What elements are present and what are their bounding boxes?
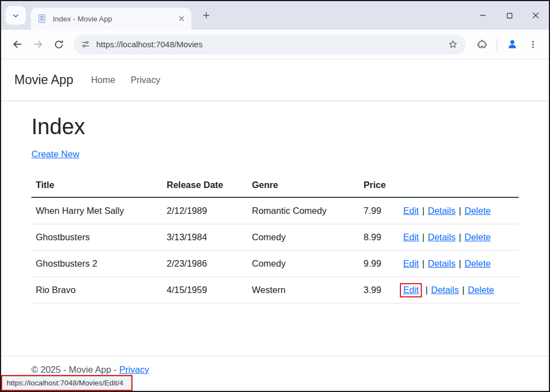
profile-avatar[interactable] bbox=[502, 34, 522, 55]
cell-actions: Edit|Details|Delete bbox=[399, 224, 519, 251]
cell-genre: Comedy bbox=[248, 251, 359, 277]
annotation-edit-highlight: Edit bbox=[400, 283, 422, 297]
extensions-icon[interactable] bbox=[471, 34, 492, 55]
status-bar-url: https://localhost:7048/Movies/Edit/4 bbox=[2, 376, 131, 390]
edit-link[interactable]: Edit bbox=[403, 258, 419, 268]
action-separator: | bbox=[422, 258, 424, 268]
tab-search-button[interactable] bbox=[6, 6, 26, 25]
maximize-button[interactable] bbox=[496, 1, 522, 30]
tab-strip: Index - Movie App bbox=[1, 1, 549, 30]
window-controls bbox=[470, 1, 549, 30]
browser-toolbar: https://localhost:7048/Movies bbox=[1, 30, 549, 59]
cell-release-date: 2/23/1986 bbox=[162, 251, 248, 277]
main-content: Index Create New Title Release Date Genr… bbox=[1, 101, 549, 303]
details-link[interactable]: Details bbox=[428, 258, 455, 268]
table-header-row: Title Release Date Genre Price bbox=[31, 174, 519, 197]
header-genre: Genre bbox=[248, 174, 359, 197]
cell-actions: Edit|Details|Delete bbox=[399, 197, 519, 224]
header-title: Title bbox=[31, 174, 162, 197]
header-actions bbox=[399, 174, 519, 197]
cell-genre: Western bbox=[248, 277, 359, 303]
cell-genre: Romantic Comedy bbox=[248, 197, 359, 224]
page-title: Index bbox=[31, 114, 519, 139]
footer-privacy-link[interactable]: Privacy bbox=[119, 365, 149, 374]
cell-title: Ghostbusters 2 bbox=[31, 251, 162, 277]
delete-link[interactable]: Delete bbox=[468, 285, 494, 295]
browser-tab[interactable]: Index - Movie App bbox=[31, 8, 191, 30]
favicon-icon bbox=[37, 14, 47, 24]
cell-release-date: 2/12/1989 bbox=[162, 197, 248, 224]
cell-actions: Edit|Details|Delete bbox=[399, 277, 519, 303]
delete-link[interactable]: Delete bbox=[464, 232, 491, 242]
details-link[interactable]: Details bbox=[431, 285, 459, 295]
forward-button[interactable] bbox=[28, 34, 48, 55]
site-footer: © 2025 - Movie App - Privacy bbox=[1, 356, 549, 375]
toolbar-divider bbox=[497, 38, 497, 51]
cell-genre: Comedy bbox=[248, 224, 359, 251]
copyright-text: © 2025 - Movie App - bbox=[31, 365, 117, 374]
action-separator: | bbox=[459, 232, 461, 242]
cell-title: Rio Bravo bbox=[31, 277, 162, 303]
table-row: Ghostbusters 2 2/23/1986 Comedy 9.99 Edi… bbox=[31, 251, 519, 277]
bookmark-star-icon[interactable] bbox=[444, 36, 461, 53]
close-button[interactable] bbox=[522, 1, 549, 30]
reload-button[interactable] bbox=[48, 34, 69, 55]
header-release-date: Release Date bbox=[162, 174, 248, 197]
cell-price: 7.99 bbox=[359, 197, 399, 224]
table-row: Ghostbusters 3/13/1984 Comedy 8.99 Edit|… bbox=[31, 224, 519, 251]
cell-title: Ghostbusters bbox=[31, 224, 162, 251]
new-tab-button[interactable] bbox=[198, 7, 215, 24]
annotation-status-highlight: https://localhost:7048/Movies/Edit/4 bbox=[1, 375, 133, 391]
action-separator: | bbox=[425, 285, 427, 295]
table-row: Rio Bravo 4/15/1959 Western 3.99 Edit|De… bbox=[31, 277, 519, 303]
cell-price: 8.99 bbox=[359, 224, 399, 251]
action-separator: | bbox=[462, 285, 464, 295]
browser-window: Index - Movie App bbox=[0, 0, 550, 392]
tab-close-icon[interactable] bbox=[175, 12, 188, 25]
chevron-down-icon bbox=[12, 12, 20, 20]
minimize-button[interactable] bbox=[470, 1, 496, 30]
details-link[interactable]: Details bbox=[428, 232, 455, 242]
edit-link[interactable]: Edit bbox=[403, 285, 419, 295]
cell-price: 9.99 bbox=[359, 251, 399, 277]
site-settings-icon[interactable] bbox=[81, 40, 90, 49]
details-link[interactable]: Details bbox=[428, 206, 455, 216]
action-separator: | bbox=[459, 206, 461, 216]
delete-link[interactable]: Delete bbox=[464, 206, 491, 216]
brand-link[interactable]: Movie App bbox=[14, 73, 73, 87]
menu-dots-icon[interactable] bbox=[522, 34, 543, 55]
nav-link-privacy[interactable]: Privacy bbox=[130, 75, 160, 85]
table-row: When Harry Met Sally 2/12/1989 Romantic … bbox=[31, 197, 519, 224]
address-bar[interactable]: https://localhost:7048/Movies bbox=[74, 35, 466, 54]
action-separator: | bbox=[422, 206, 424, 216]
cell-price: 3.99 bbox=[359, 277, 399, 303]
tab-title: Index - Movie App bbox=[53, 15, 175, 23]
delete-link[interactable]: Delete bbox=[464, 258, 491, 268]
action-separator: | bbox=[459, 258, 461, 268]
cell-title: When Harry Met Sally bbox=[31, 197, 162, 224]
create-new-link[interactable]: Create New bbox=[31, 149, 79, 159]
movies-table: Title Release Date Genre Price When Harr… bbox=[31, 174, 519, 303]
edit-link[interactable]: Edit bbox=[403, 232, 419, 242]
back-button[interactable] bbox=[7, 34, 28, 55]
cell-release-date: 4/15/1959 bbox=[162, 277, 248, 303]
action-separator: | bbox=[422, 232, 424, 242]
cell-release-date: 3/13/1984 bbox=[162, 224, 248, 251]
header-price: Price bbox=[359, 174, 399, 197]
url-text[interactable]: https://localhost:7048/Movies bbox=[96, 40, 444, 49]
edit-link[interactable]: Edit bbox=[403, 206, 419, 216]
cell-actions: Edit|Details|Delete bbox=[399, 251, 519, 277]
site-navbar: Movie App Home Privacy bbox=[1, 59, 549, 101]
nav-link-home[interactable]: Home bbox=[91, 75, 115, 85]
